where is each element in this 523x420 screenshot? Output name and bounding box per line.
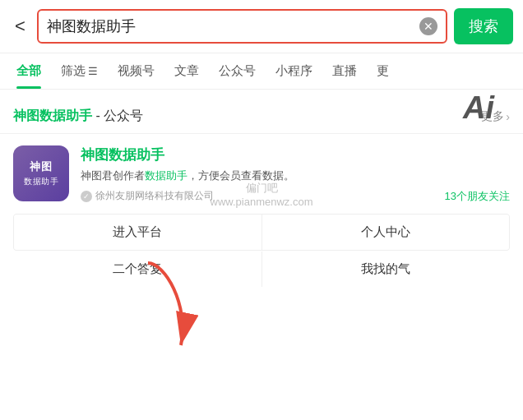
- card-company: ✓ 徐州友朋网络科技有限公司: [81, 189, 214, 203]
- tab-video[interactable]: 视频号: [108, 53, 164, 89]
- tab-miniapp[interactable]: 小程序: [266, 53, 322, 89]
- card-desc: 神图君创作者数据助手，方便会员查看数据。: [81, 168, 510, 184]
- tab-bar: 全部 筛选 ☰ 视频号 文章 公众号 小程序 直播 更: [0, 53, 523, 90]
- card-info: 神图数据助手 神图君创作者数据助手，方便会员查看数据。 ✓ 徐州友朋网络科技有限…: [81, 145, 510, 204]
- card-main: 神图 数据助手 神图数据助手 神图君创作者数据助手，方便会员查看数据。 ✓ 徐州…: [13, 145, 510, 204]
- back-button[interactable]: <: [10, 12, 30, 40]
- section-header: 神图数据助手 - 公众号 更多 ›: [0, 96, 523, 134]
- content-area: 神图数据助手 - 公众号 更多 › 神图 数据助手 神图数据助手 神图君创作者数…: [0, 96, 523, 298]
- personal-center-button[interactable]: 个人中心: [262, 215, 510, 250]
- section-title-keyword: 神图数据助手: [13, 108, 92, 122]
- search-button[interactable]: 搜索: [454, 8, 513, 44]
- tab-live[interactable]: 直播: [322, 53, 367, 89]
- section-title-suffix: - 公众号: [92, 108, 143, 122]
- result-card: 神图 数据助手 神图数据助手 神图君创作者数据助手，方便会员查看数据。 ✓ 徐州…: [0, 134, 523, 298]
- official-account-section: 神图数据助手 - 公众号 更多 › 神图 数据助手 神图数据助手 神图君创作者数…: [0, 96, 523, 298]
- chevron-right-icon: ›: [506, 110, 510, 123]
- avatar[interactable]: 神图 数据助手: [13, 145, 69, 201]
- section-more-button[interactable]: 更多 ›: [481, 109, 510, 124]
- card-name[interactable]: 神图数据助手: [81, 145, 510, 164]
- search-input[interactable]: [47, 18, 419, 35]
- follow-count: 13个朋友关注: [445, 189, 510, 204]
- card-meta: ✓ 徐州友朋网络科技有限公司 13个朋友关注: [81, 189, 510, 204]
- tab-official[interactable]: 公众号: [209, 53, 266, 89]
- search-box: ✕: [37, 9, 447, 44]
- clear-button[interactable]: ✕: [419, 17, 437, 35]
- action3-button[interactable]: 二个答复: [13, 252, 262, 287]
- tab-all[interactable]: 全部: [7, 53, 51, 89]
- tab-more[interactable]: 更: [367, 53, 399, 89]
- action4-button[interactable]: 我找的气: [262, 252, 511, 287]
- action-buttons-bottom: 二个答复 我找的气: [13, 252, 510, 287]
- action-buttons: 进入平台 个人中心: [13, 214, 510, 251]
- tab-filter[interactable]: 筛选 ☰: [51, 53, 108, 89]
- card-desc-highlight: 数据助手: [145, 169, 187, 182]
- avatar-bottom-text: 数据助手: [24, 176, 58, 187]
- enter-platform-button[interactable]: 进入平台: [14, 215, 262, 250]
- avatar-top-text: 神图: [30, 159, 53, 174]
- tab-article[interactable]: 文章: [164, 53, 209, 89]
- verified-icon: ✓: [81, 191, 92, 202]
- filter-icon: ☰: [88, 65, 98, 77]
- header: < ✕ 搜索: [0, 0, 523, 53]
- section-title: 神图数据助手 - 公众号: [13, 108, 143, 125]
